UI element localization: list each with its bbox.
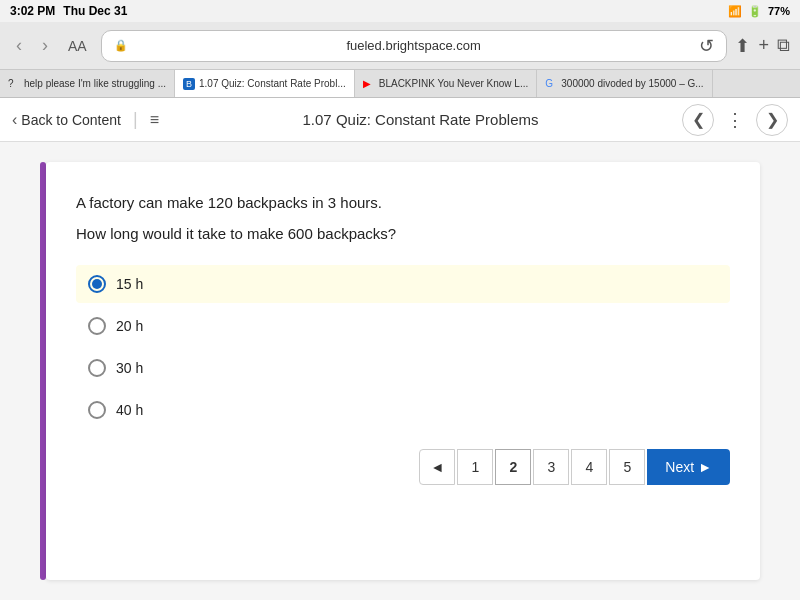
page-button-2[interactable]: 2 [495,449,531,485]
forward-button[interactable]: › [36,33,54,58]
answer-label-1: 15 h [116,276,143,292]
address-bar[interactable]: 🔒 fueled.brightspace.com ↺ [101,30,728,62]
date: Thu Dec 31 [63,4,127,18]
url-text: fueled.brightspace.com [134,38,694,53]
answer-option-2[interactable]: 20 h [76,307,730,345]
question-line-2: How long would it take to make 600 backp… [76,223,730,246]
radio-1 [88,275,106,293]
tab-label-3: 300000 divoded by 15000 – G... [561,78,703,89]
time: 3:02 PM [10,4,55,18]
question-line-1: A factory can make 120 backpacks in 3 ho… [76,192,730,215]
answer-option-3[interactable]: 30 h [76,349,730,387]
share-button[interactable]: ⬆ [735,35,750,57]
radio-3 [88,359,106,377]
next-page-button[interactable]: ❯ [756,104,788,136]
tab-favicon-1: B [183,78,195,90]
tab-label-0: help please I'm like struggling ... [24,78,166,89]
tab-favicon-0: ? [8,78,20,90]
page-button-5[interactable]: 5 [609,449,645,485]
tabs-button[interactable]: ⧉ [777,35,790,56]
status-bar: 3:02 PM Thu Dec 31 📶 🔋 77% [0,0,800,22]
prev-chevron-icon: ❮ [692,110,705,129]
lock-icon: 🔒 [114,39,128,52]
answer-label-4: 40 h [116,402,143,418]
back-to-content-button[interactable]: ‹ Back to Content [12,111,121,129]
back-to-content-label: Back to Content [21,112,121,128]
separator: | [133,109,138,130]
browser-chrome: ‹ › AA 🔒 fueled.brightspace.com ↺ ⬆ + ⧉ [0,22,800,70]
radio-4 [88,401,106,419]
battery-icon: 🔋 [748,5,762,18]
radio-inner-1 [92,279,102,289]
answer-option-1[interactable]: 15 h [76,265,730,303]
more-options-button[interactable]: ⋮ [726,109,744,131]
quiz-card: A factory can make 120 backpacks in 3 ho… [46,162,760,580]
quiz-page-title: 1.07 Quiz: Constant Rate Problems [171,111,670,128]
main-content: A factory can make 120 backpacks in 3 ho… [0,142,800,600]
tab-bar: ? help please I'm like struggling ... B … [0,70,800,98]
page-header: ‹ Back to Content | ≡ 1.07 Quiz: Constan… [0,98,800,142]
tab-0[interactable]: ? help please I'm like struggling ... [0,70,175,97]
next-button[interactable]: Next ► [647,449,730,485]
next-arrow-icon: ► [698,459,712,475]
page-button-4[interactable]: 4 [571,449,607,485]
next-label: Next [665,459,694,475]
radio-2 [88,317,106,335]
back-button[interactable]: ‹ [10,33,28,58]
back-arrow-icon: ‹ [12,111,17,129]
tab-label-1: 1.07 Quiz: Constant Rate Probl... [199,78,346,89]
reader-mode-button[interactable]: AA [62,36,93,56]
tab-label-2: BLACKPINK You Never Know L... [379,78,529,89]
page-button-1[interactable]: 1 [457,449,493,485]
pagination-row: ◄ 1 2 3 4 5 Next ► [76,449,730,485]
tab-1[interactable]: B 1.07 Quiz: Constant Rate Probl... [175,70,355,97]
battery-level: 77% [768,5,790,17]
quiz-card-wrapper: A factory can make 120 backpacks in 3 ho… [40,162,760,580]
new-tab-button[interactable]: + [758,35,769,56]
tab-favicon-3: G [545,78,557,90]
hamburger-menu-button[interactable]: ≡ [150,111,159,129]
tab-2[interactable]: ▶ BLACKPINK You Never Know L... [355,70,538,97]
wifi-icon: 📶 [728,5,742,18]
tab-3[interactable]: G 300000 divoded by 15000 – G... [537,70,712,97]
tab-favicon-2: ▶ [363,78,375,90]
next-chevron-icon: ❯ [766,110,779,129]
refresh-button[interactable]: ↺ [699,35,714,57]
page-button-3[interactable]: 3 [533,449,569,485]
prev-page-button[interactable]: ❮ [682,104,714,136]
answer-label-3: 30 h [116,360,143,376]
pagination-prev-button[interactable]: ◄ [419,449,455,485]
answer-label-2: 20 h [116,318,143,334]
answer-option-4[interactable]: 40 h [76,391,730,429]
